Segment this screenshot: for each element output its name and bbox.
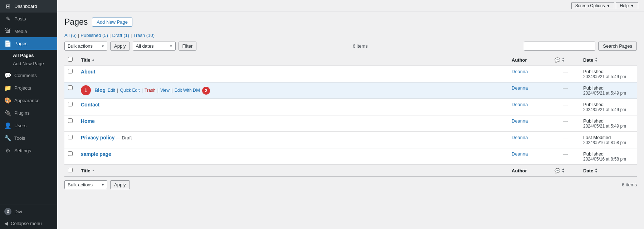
title-sort[interactable]: Title ▲ [81,57,94,63]
page-title-link[interactable]: About [81,69,95,75]
collapse-menu-button[interactable]: ◀ Collapse menu [0,218,57,229]
comments-value: — [563,102,568,108]
table-row: 1BlogEdit | Quick Edit | Trash | View | … [64,82,637,99]
date-value: 2024/05/21 at 5:49 pm [583,107,633,112]
screen-options-label: Screen Options [575,3,605,8]
date-status: Published [583,118,633,124]
author-link[interactable]: Deanna [512,85,528,91]
sidebar-item-comments[interactable]: 💬 Comments [0,69,57,82]
sep1: | [78,33,79,38]
row-author-cell: Deanna [508,99,551,115]
topbar: Screen Options ▼ Help ▼ [57,0,644,11]
help-label: Help [620,3,629,8]
search-pages-button[interactable]: Search Pages [598,42,637,51]
page-title-link[interactable]: Blog [94,87,106,93]
tf-title[interactable]: Title ▲ [77,165,508,177]
comments-value: — [563,151,568,157]
sidebar-item-posts[interactable]: ✎ Posts [0,13,57,25]
search-input[interactable] [524,42,595,51]
sidebar-item-label: Settings [14,148,31,153]
row-date-cell: Published2024/05/21 at 5:49 pm [580,99,637,115]
date-sort-footer[interactable]: Date ▲▼ [583,168,597,173]
sep2: | [109,33,111,38]
row-action-quick-edit[interactable]: Quick Edit [120,88,140,93]
filter-all[interactable]: All (6) [64,33,77,38]
tf-comments[interactable]: 💬 ▲▼ [551,165,580,177]
row-checkbox[interactable] [68,135,73,139]
row-title-cell: Home [77,115,508,132]
row-action-edit[interactable]: Edit [108,88,115,93]
row-checkbox[interactable] [68,118,73,123]
date-status: Last Modified [583,135,633,140]
pages-table: Title ▲ Author 💬 ▲▼ Date [64,54,637,177]
filter-draft[interactable]: Draft (1) [112,33,129,38]
sidebar-item-tools[interactable]: 🔧 Tools [0,132,57,144]
settings-icon: ⚙ [4,147,11,154]
collapse-icon: ◀ [4,221,8,226]
apply-button-top[interactable]: Apply [110,42,130,51]
th-title[interactable]: Title ▲ [77,54,508,66]
sidebar-sub-add-new-page[interactable]: Add New Page [13,59,57,68]
sidebar-item-dashboard[interactable]: ⊞ Dashboard [0,0,57,13]
tools-icon: 🔧 [4,135,11,142]
action-separator: | [116,88,119,93]
sidebar-item-settings[interactable]: ⚙ Settings [0,144,57,157]
th-comments[interactable]: 💬 ▲▼ [551,54,580,66]
page-title-link[interactable]: Privacy policy [81,135,114,140]
row-title-cell: Privacy policy — Draft [77,132,508,148]
filter-button[interactable]: Filter [179,42,197,51]
page-title-link[interactable]: sample page [81,151,111,157]
th-date[interactable]: Date ▲▼ [580,54,637,66]
bulk-actions-select-bottom[interactable]: Bulk actions [64,180,107,189]
sidebar-item-media[interactable]: 🖼 Media [0,25,57,37]
author-link[interactable]: Deanna [512,135,528,140]
sidebar-item-label: Projects [14,85,31,91]
pages-submenu: All Pages Add New Page [0,50,57,69]
author-link[interactable]: Deanna [512,102,528,107]
media-icon: 🖼 [4,28,11,34]
bulk-actions-select[interactable]: Bulk actions [64,42,107,51]
select-all-checkbox-bottom[interactable] [68,168,73,172]
row-checkbox[interactable] [68,151,73,156]
tf-date[interactable]: Date ▲▼ [580,165,637,177]
row-date-cell: Published2024/05/16 at 8:58 pm [580,148,637,165]
row-action-trash[interactable]: Trash [145,88,155,93]
select-all-checkbox-top[interactable] [68,57,73,62]
comments-sort[interactable]: 💬 ▲▼ [555,57,565,63]
apply-button-bottom[interactable]: Apply [110,180,130,189]
row-checkbox[interactable] [68,102,73,106]
sidebar-item-divi[interactable]: D Divi [0,205,57,218]
sidebar-item-label: Dashboard [14,4,37,9]
comments-icon: 💬 [4,72,11,79]
all-dates-select[interactable]: All dates [133,42,176,51]
help-button[interactable]: Help ▼ [616,2,638,9]
row-checkbox[interactable] [68,69,73,73]
row-checkbox[interactable] [68,85,73,90]
sidebar-item-plugins[interactable]: 🔌 Plugins [0,107,57,119]
filter-published[interactable]: Published (5) [80,33,108,38]
col-title-label: Title [81,57,91,63]
sidebar-item-appearance[interactable]: 🎨 Appearance [0,94,57,107]
filter-trash[interactable]: Trash (10) [133,33,155,38]
date-status: Published [583,151,633,157]
row-checkbox-cell [64,99,77,115]
row-action-edit-with-divi[interactable]: Edit With Divi [175,88,200,93]
author-link[interactable]: Deanna [512,151,528,157]
author-link[interactable]: Deanna [512,118,528,124]
page-title-link[interactable]: Home [81,118,95,124]
add-new-page-button[interactable]: Add New Page [92,18,132,27]
content-area: Pages Add New Page All (6) | Published (… [57,11,644,229]
screen-options-button[interactable]: Screen Options ▼ [571,2,615,9]
author-link[interactable]: Deanna [512,69,528,74]
page-title-link[interactable]: Contact [81,102,99,108]
sidebar-sub-all-pages[interactable]: All Pages [13,51,57,59]
title-sort-footer[interactable]: Title ▲ [81,168,94,173]
sidebar-item-users[interactable]: 👤 Users [0,119,57,132]
sidebar-item-label: Posts [14,16,26,22]
row-action-view[interactable]: View [160,88,170,93]
sidebar-item-pages[interactable]: 📄 Pages [0,37,57,50]
date-sort[interactable]: Date ▲▼ [583,57,597,63]
sidebar-item-projects[interactable]: 📁 Projects [0,82,57,94]
comments-sort-footer[interactable]: 💬 ▲▼ [555,168,565,173]
filter-links: All (6) | Published (5) | Draft (1) | Tr… [64,33,637,38]
